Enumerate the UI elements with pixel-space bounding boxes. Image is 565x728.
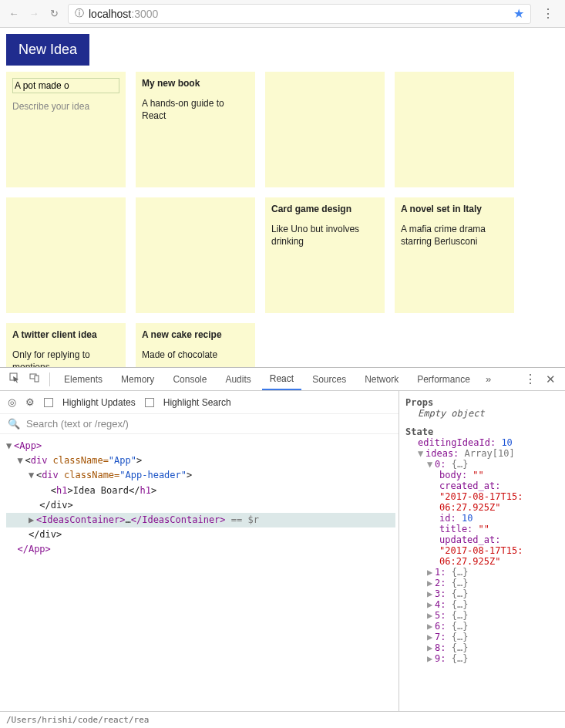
idea-body-placeholder[interactable]: Describe your idea bbox=[12, 101, 89, 112]
idea-body: A hands-on guide to React bbox=[142, 98, 249, 122]
search-icon: 🔍 bbox=[8, 418, 20, 430]
idea-tile[interactable]: A twitter client idea Only for replying … bbox=[6, 323, 126, 367]
idea-tile[interactable] bbox=[265, 72, 385, 187]
highlight-updates-checkbox[interactable] bbox=[44, 398, 53, 407]
state-row[interactable]: ▼0: {…} bbox=[427, 459, 559, 470]
state-row[interactable]: ▶6: {…} bbox=[427, 621, 559, 632]
highlight-updates-label: Highlight Updates bbox=[62, 397, 136, 408]
tab-sources[interactable]: Sources bbox=[304, 369, 354, 389]
idea-tile[interactable]: A novel set in Italy A mafia crime drama… bbox=[395, 197, 514, 313]
devtools-menu-icon[interactable]: ⋮ bbox=[521, 372, 540, 386]
idea-tile[interactable]: A new cake recipe Made of chocolate bbox=[136, 323, 255, 367]
idea-tile[interactable]: Card game design Like Uno but involves d… bbox=[265, 197, 385, 313]
idea-title: My new book bbox=[142, 78, 249, 89]
idea-tile[interactable] bbox=[395, 72, 514, 187]
highlight-search-label: Highlight Search bbox=[163, 397, 231, 408]
state-row: id: 10 bbox=[439, 513, 559, 524]
state-row: title: "" bbox=[439, 524, 559, 534]
idea-body: Only for replying to mentions bbox=[12, 349, 119, 367]
state-row[interactable]: ▶2: {…} bbox=[427, 578, 559, 588]
tab-performance[interactable]: Performance bbox=[409, 369, 478, 389]
settings-gear-icon[interactable]: ⚙ bbox=[25, 396, 35, 408]
idea-title-input[interactable] bbox=[12, 78, 119, 93]
idea-title: A new cake recipe bbox=[142, 329, 249, 340]
separator bbox=[49, 372, 50, 386]
site-info-icon[interactable]: ⓘ bbox=[75, 7, 84, 20]
idea-tile-editing: Describe your idea bbox=[6, 72, 126, 187]
tab-elements[interactable]: Elements bbox=[56, 369, 110, 389]
browser-menu-icon[interactable]: ⋮ bbox=[539, 6, 557, 21]
state-row[interactable]: ▶3: {…} bbox=[427, 588, 559, 599]
forward-icon[interactable]: → bbox=[28, 8, 40, 19]
highlight-search-checkbox[interactable] bbox=[145, 398, 154, 407]
react-toolbar: ◎ ⚙ Highlight Updates Highlight Search bbox=[0, 391, 399, 414]
devtools-tabbar: Elements Memory Console Audits React Sou… bbox=[0, 368, 565, 391]
reload-icon[interactable]: ↻ bbox=[48, 8, 60, 19]
app-viewport: New Idea Describe your idea My new book … bbox=[0, 28, 565, 367]
component-path: /Users/hrishi/code/react/rea bbox=[0, 711, 565, 728]
idea-body: A mafia crime drama starring Berlusconi bbox=[401, 224, 508, 248]
inspect-element-icon[interactable] bbox=[6, 369, 23, 389]
idea-title: Card game design bbox=[271, 204, 378, 214]
device-toolbar-icon[interactable] bbox=[26, 369, 43, 389]
target-icon[interactable]: ◎ bbox=[8, 396, 16, 408]
state-row: updated_at: "2017-08-17T15:06:27.925Z" bbox=[439, 534, 559, 567]
props-header: Props bbox=[405, 397, 559, 408]
state-header: State bbox=[405, 426, 559, 437]
new-idea-button[interactable]: New Idea bbox=[6, 34, 89, 66]
idea-title: A twitter client idea bbox=[12, 329, 119, 340]
ideas-grid: Describe your idea My new book A hands-o… bbox=[0, 72, 565, 367]
idea-body: Made of chocolate bbox=[142, 349, 249, 362]
state-row[interactable]: ▶5: {…} bbox=[427, 610, 559, 621]
devtools-close-icon[interactable]: ✕ bbox=[543, 372, 559, 386]
idea-tile[interactable] bbox=[136, 197, 255, 313]
component-tree[interactable]: ▼<App> ▼<div className="App"> ▼<div clas… bbox=[0, 434, 399, 711]
idea-body: Like Uno but involves drinking bbox=[271, 224, 378, 248]
props-empty: Empty object bbox=[418, 408, 559, 419]
state-row[interactable]: editingIdeaId: 10 bbox=[418, 437, 559, 448]
tab-audits[interactable]: Audits bbox=[217, 369, 258, 389]
svg-rect-2 bbox=[35, 376, 39, 382]
browser-toolbar: ← → ↻ ⓘ localhost:3000 ★ ⋮ bbox=[0, 0, 565, 28]
state-row[interactable]: ▶4: {…} bbox=[427, 599, 559, 610]
tab-memory[interactable]: Memory bbox=[113, 369, 162, 389]
state-row[interactable]: ▶7: {…} bbox=[427, 632, 559, 642]
tab-react[interactable]: React bbox=[262, 369, 301, 390]
omnibox[interactable]: ⓘ localhost:3000 ★ bbox=[68, 4, 531, 24]
tab-console[interactable]: Console bbox=[165, 369, 214, 389]
props-state-pane: Props Empty object State editingIdeaId: … bbox=[399, 391, 565, 711]
bookmark-star-icon[interactable]: ★ bbox=[513, 6, 524, 21]
idea-title: A novel set in Italy bbox=[401, 204, 508, 214]
back-icon[interactable]: ← bbox=[8, 8, 20, 19]
state-row[interactable]: ▶9: {…} bbox=[427, 653, 559, 664]
state-row[interactable]: ▼ideas: Array[10] bbox=[418, 448, 559, 459]
state-row: body: "" bbox=[439, 470, 559, 480]
tab-network[interactable]: Network bbox=[357, 369, 406, 389]
overflow-tabs-icon[interactable]: » bbox=[481, 373, 496, 385]
react-tree-pane: ◎ ⚙ Highlight Updates Highlight Search 🔍… bbox=[0, 391, 399, 711]
devtools-panel: Elements Memory Console Audits React Sou… bbox=[0, 367, 565, 728]
search-placeholder: Search (text or /regex/) bbox=[26, 418, 129, 430]
idea-tile[interactable]: My new book A hands-on guide to React bbox=[136, 72, 255, 187]
devtools-body: ◎ ⚙ Highlight Updates Highlight Search 🔍… bbox=[0, 391, 565, 711]
url-text: localhost:3000 bbox=[89, 8, 509, 20]
state-row[interactable]: ▶8: {…} bbox=[427, 642, 559, 653]
idea-tile[interactable] bbox=[6, 197, 126, 313]
react-search[interactable]: 🔍 Search (text or /regex/) bbox=[0, 414, 399, 434]
state-row: created_at: "2017-08-17T15:06:27.925Z" bbox=[439, 480, 559, 513]
state-row[interactable]: ▶1: {…} bbox=[427, 567, 559, 578]
